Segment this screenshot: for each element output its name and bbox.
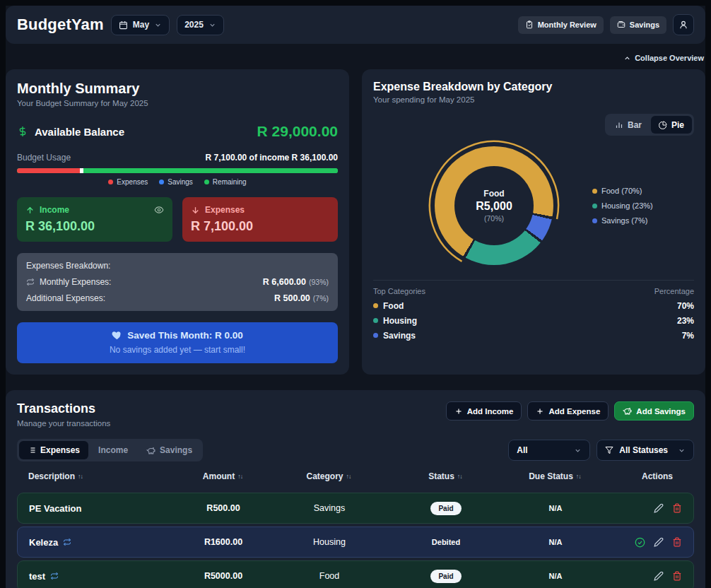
category-filter-select[interactable]: All: [508, 440, 590, 461]
table-header-row: Description↑↓Amount↑↓Category↑↓Status↑↓D…: [17, 461, 694, 490]
add-expense-button[interactable]: Add Expense: [527, 401, 609, 421]
top-categories-header: Top Categories: [373, 287, 425, 295]
user-icon: [678, 20, 688, 30]
legend-dot: [373, 333, 378, 338]
tab-expenses[interactable]: Expenses: [19, 441, 88, 459]
usage-legend-item: Savings: [159, 178, 193, 186]
legend-dot: [373, 303, 378, 308]
usage-expenses-segment: [17, 168, 80, 173]
table-row: test R5000.00 Food Paid N/A: [17, 560, 694, 588]
add-expense-label: Add Expense: [548, 407, 600, 416]
trash-icon: [672, 503, 682, 513]
pencil-icon: [654, 537, 664, 547]
budget-usage-label: Budget Usage: [17, 153, 71, 163]
month-select[interactable]: May: [111, 15, 170, 35]
sort-icon: ↑↓: [346, 473, 351, 480]
legend-dot: [592, 204, 597, 208]
usage-remaining-segment: [83, 168, 338, 173]
add-income-label: Add Income: [467, 407, 514, 416]
column-header-amount[interactable]: Amount↑↓: [170, 471, 276, 481]
cell-status: Paid: [382, 502, 510, 515]
status-filter-value: All Statuses: [619, 445, 668, 455]
budget-usage-bar: [17, 168, 338, 173]
confirm-button[interactable]: [635, 537, 645, 548]
category-filter-value: All: [517, 445, 527, 455]
year-select[interactable]: 2025: [177, 15, 224, 35]
cell-category: Food: [276, 571, 382, 581]
top-bar: BudgetYam May 2025 Monthly Review Saving…: [6, 6, 705, 44]
column-header-description[interactable]: Description↑↓: [28, 471, 170, 481]
table-row: PE Vacation R500.00 Savings Paid N/A: [17, 493, 694, 524]
pie-view-button[interactable]: Pie: [651, 116, 692, 134]
delete-button[interactable]: [672, 503, 682, 513]
edit-button[interactable]: [654, 537, 664, 547]
cell-description: test: [29, 571, 170, 582]
tab-income[interactable]: Income: [90, 441, 136, 459]
bar-view-button[interactable]: Bar: [607, 116, 650, 134]
category-subtitle: Your spending for May 2025: [373, 95, 694, 104]
budget-usage-legend: ExpensesSavingsRemaining: [17, 178, 338, 186]
additional-expenses-pct: (7%): [313, 294, 329, 302]
calendar-icon: [119, 20, 128, 30]
top-categories-list: Food 70% Housing 23% Savings 7%: [373, 298, 694, 343]
repeat-icon: [50, 572, 59, 580]
user-menu-button[interactable]: [673, 14, 694, 35]
eye-icon[interactable]: [154, 205, 164, 215]
savings-button-label: Savings: [630, 20, 659, 29]
category-title: Expense Breakdown by Category: [373, 81, 694, 93]
category-breakdown-card: Expense Breakdown by Category Your spend…: [362, 69, 705, 375]
add-savings-button[interactable]: Add Savings: [614, 401, 694, 421]
center-percentage: (70%): [484, 214, 504, 223]
status-filter-select[interactable]: All Statuses: [597, 440, 694, 461]
center-category: Food: [483, 189, 504, 199]
additional-expenses-value: R 500.00: [274, 293, 310, 303]
add-income-button[interactable]: Add Income: [446, 401, 522, 421]
expenses-box: Expenses R 7,100.00: [182, 197, 338, 242]
column-header-status[interactable]: Status↑↓: [382, 471, 509, 481]
trash-icon: [672, 571, 682, 581]
collapse-overview-label: Collapse Overview: [635, 54, 704, 62]
pie-chart-icon: [659, 121, 667, 129]
monthly-expenses-label: Monthly Expenses:: [40, 277, 111, 287]
legend-dot: [592, 218, 597, 223]
summary-subtitle: Your Budget Summary for May 2025: [17, 99, 338, 107]
chevron-down-icon: [208, 21, 216, 29]
cell-category: Housing: [276, 537, 382, 547]
additional-expenses-label: Additional Expenses:: [26, 293, 105, 303]
edit-button[interactable]: [654, 571, 664, 581]
usage-legend-item: Expenses: [108, 178, 148, 186]
cell-amount: R5000.00: [170, 571, 276, 581]
monthly-summary-card: Monthly Summary Your Budget Summary for …: [6, 69, 349, 375]
transactions-card: Transactions Manage your transactions Ad…: [6, 390, 705, 588]
chevron-up-icon: [623, 54, 631, 62]
available-balance-value: R 29,000.00: [257, 123, 338, 140]
delete-button[interactable]: [672, 537, 682, 547]
monthly-review-label: Monthly Review: [538, 20, 597, 29]
monthly-review-button[interactable]: Monthly Review: [518, 16, 604, 34]
table-row: Keleza R1600.00 Housing Debited N/A: [17, 527, 694, 558]
legend-dot: [159, 180, 164, 184]
sort-icon: ↑↓: [576, 473, 581, 480]
saved-this-month-banner: Saved This Month: R 0.00 No savings adde…: [17, 322, 338, 363]
month-select-value: May: [133, 20, 149, 30]
pie-view-label: Pie: [671, 120, 684, 130]
clipboard-icon: [525, 20, 534, 29]
cell-category: Savings: [276, 503, 382, 513]
transaction-tabs: Expenses Income Savings: [17, 439, 203, 461]
filter-icon: [605, 446, 613, 454]
column-header-category[interactable]: Category↑↓: [276, 471, 382, 481]
plus-icon: [454, 407, 463, 416]
saved-this-month-hint: No savings added yet — start small!: [25, 345, 329, 355]
tab-savings[interactable]: Savings: [138, 441, 201, 459]
donut-chart[interactable]: Food R5,000 (70%): [427, 139, 561, 273]
arrow-up-icon: [25, 206, 35, 215]
delete-button[interactable]: [672, 571, 682, 581]
top-category-row: Savings 7%: [373, 328, 694, 343]
savings-button[interactable]: Savings: [610, 16, 666, 34]
table-body: PE Vacation R500.00 Savings Paid N/A Kel…: [17, 493, 694, 588]
tab-savings-label: Savings: [160, 445, 192, 455]
collapse-overview-link[interactable]: Collapse Overview: [623, 54, 704, 62]
expenses-label: Expenses: [205, 205, 245, 215]
edit-button[interactable]: [654, 503, 664, 513]
column-header-due-status[interactable]: Due Status↑↓: [509, 471, 601, 481]
